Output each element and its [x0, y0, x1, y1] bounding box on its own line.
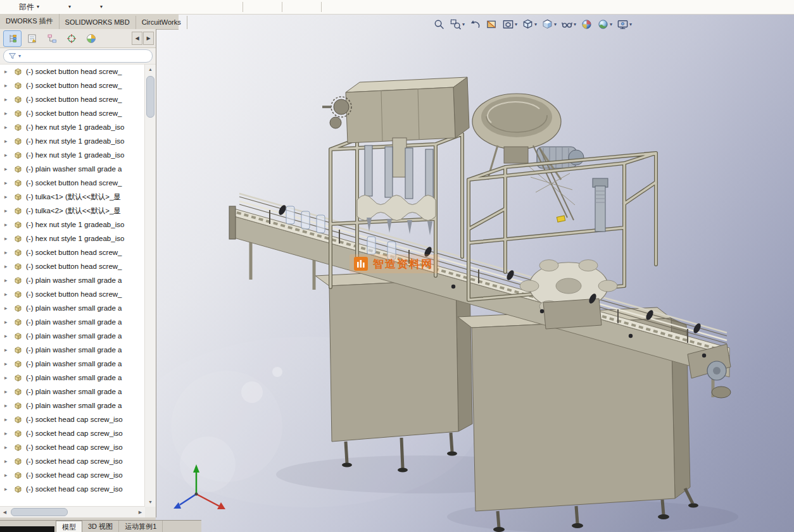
commandmanager-tab[interactable]: SOLIDWORKS MBD — [60, 16, 136, 29]
expand-arrow-icon[interactable]: ▸ — [4, 236, 10, 242]
expand-arrow-icon[interactable]: ▸ — [4, 166, 10, 172]
tree-item[interactable]: ▸ (-) socket head cap screw_iso — [0, 440, 145, 454]
horizontal-scroll-thumb[interactable] — [11, 508, 68, 516]
expand-arrow-icon[interactable]: ▸ — [4, 389, 10, 395]
expand-arrow-icon[interactable]: ▸ — [4, 111, 10, 116]
tree-item[interactable]: ▸ (-) hex nut style 1 gradeab_iso — [0, 148, 145, 162]
expand-arrow-icon[interactable]: ▸ — [4, 486, 10, 492]
view-settings-icon[interactable]: ▾ — [615, 17, 633, 32]
display-style-icon[interactable]: ▾ — [540, 17, 558, 32]
document-tab[interactable]: 运动算例1 — [119, 521, 163, 532]
expand-arrow-icon[interactable]: ▸ — [4, 180, 10, 186]
tree-item[interactable]: ▸ (-) plain washer small grade a — [0, 315, 145, 329]
tree-item[interactable]: ▸ (-) socket button head screw_ — [0, 106, 145, 120]
expand-arrow-icon[interactable]: ▸ — [4, 292, 10, 297]
tree-item[interactable]: ▸ (-) socket button head screw_ — [0, 92, 145, 106]
tree-item[interactable]: ▸ (-) socket head cap screw_iso — [0, 426, 145, 440]
tree-item[interactable]: ▸ (-) socket head cap screw_iso — [0, 468, 145, 482]
expand-arrow-icon[interactable]: ▸ — [4, 347, 10, 353]
graphics-area[interactable]: ▾ ▾ ▾ ▾ ▾ ▾ — [156, 14, 794, 532]
featuremanager-tree-tab[interactable] — [3, 30, 22, 47]
expand-arrow-icon[interactable]: ▸ — [4, 403, 10, 409]
expand-arrow-icon[interactable]: ▸ — [4, 97, 10, 102]
cad-model-bottling-line[interactable] — [156, 14, 794, 532]
expand-arrow-icon[interactable]: ▸ — [4, 222, 10, 228]
tree-item[interactable]: ▸ (-) hex nut style 1 gradeab_iso — [0, 218, 145, 232]
tree-item[interactable]: ▸ (-) plain washer small grade a — [0, 357, 145, 371]
3d-drawing-view-icon[interactable]: ▾ — [501, 17, 519, 32]
previous-view-icon[interactable] — [468, 17, 482, 32]
tree-item[interactable]: ▸ (-) plain washer small grade a — [0, 273, 145, 287]
expand-arrow-icon[interactable]: ▸ — [4, 83, 10, 89]
tree-item[interactable]: ▸ (-) socket button head screw_ — [0, 176, 145, 190]
tree-item[interactable]: ▸ (-) socket head cap screw_iso — [0, 412, 145, 426]
tree-item[interactable]: ▸ (-) socket button head screw_ — [0, 259, 145, 273]
tree-item[interactable]: ▸ (-) tulka<1> (默认<<默认>_显 — [0, 190, 145, 204]
expand-arrow-icon[interactable]: ▸ — [4, 375, 10, 381]
tree-item[interactable]: ▸ (-) plain washer small grade a — [0, 301, 145, 315]
panel-tab-scroll-right[interactable]: ▶ — [143, 32, 154, 45]
tree-item[interactable]: ▸ (-) hex nut style 1 gradeab_iso — [0, 134, 145, 148]
zoom-fit-icon[interactable] — [432, 17, 446, 32]
expand-arrow-icon[interactable]: ▸ — [4, 445, 10, 450]
configurationmanager-tab[interactable] — [42, 30, 61, 47]
document-tab[interactable]: 3D 视图 — [82, 521, 119, 532]
hide-show-items-icon[interactable]: ▾ — [560, 17, 577, 32]
document-tab[interactable]: 模型 — [56, 521, 82, 532]
tree-item[interactable]: ▸ (-) socket head cap screw_iso — [0, 454, 145, 468]
expand-arrow-icon[interactable]: ▸ — [4, 139, 10, 144]
tree-item[interactable]: ▸ (-) plain washer small grade a — [0, 371, 145, 385]
expand-arrow-icon[interactable]: ▸ — [4, 473, 10, 478]
expand-arrow-icon[interactable]: ▸ — [4, 194, 10, 200]
expand-arrow-icon[interactable]: ▸ — [4, 69, 10, 75]
tree-filter-box[interactable]: ▾ — [3, 49, 153, 63]
tree-item[interactable]: ▸ (-) hex nut style 1 gradeab_iso — [0, 120, 145, 134]
menu-dropdown-1[interactable]: ▾ — [66, 0, 73, 14]
expand-arrow-icon[interactable]: ▸ — [4, 459, 10, 464]
commandmanager-tab[interactable]: CircuitWorks — [136, 16, 187, 29]
filter-input[interactable] — [23, 51, 148, 61]
dimxpertmanager-tab[interactable] — [62, 30, 80, 47]
expand-arrow-icon[interactable]: ▸ — [4, 125, 10, 130]
displaymanager-tab[interactable] — [82, 30, 100, 47]
expand-arrow-icon[interactable]: ▸ — [4, 361, 10, 367]
propertymanager-tab[interactable] — [23, 30, 41, 47]
expand-arrow-icon[interactable]: ▸ — [4, 152, 10, 158]
tree-item[interactable]: ▸ (-) plain washer small grade a — [0, 399, 145, 412]
panel-tab-scroll-left[interactable]: ◀ — [132, 32, 142, 45]
expand-arrow-icon[interactable]: ▸ — [4, 208, 10, 214]
scroll-left-icon[interactable]: ◀ — [0, 507, 9, 517]
tree-item[interactable]: ▸ (-) plain washer small grade a — [0, 329, 145, 343]
expand-arrow-icon[interactable]: ▸ — [4, 278, 10, 283]
tree-vertical-scrollbar[interactable]: ▲ ▼ — [144, 65, 156, 507]
vertical-scroll-thumb[interactable] — [146, 76, 154, 118]
tree-item[interactable]: ▸ (-) socket button head screw_ — [0, 245, 145, 259]
expand-arrow-icon[interactable]: ▸ — [4, 306, 10, 311]
tree-item[interactable]: ▸ (-) socket head cap screw_iso — [0, 482, 145, 496]
tree-horizontal-scrollbar[interactable]: ◀ ▶ — [0, 506, 145, 517]
menu-item-component[interactable]: 部件 ▾ — [16, 0, 42, 14]
expand-arrow-icon[interactable]: ▸ — [4, 264, 10, 269]
tree-item[interactable]: ▸ (-) hex nut style 1 gradeab_iso — [0, 232, 145, 245]
scroll-down-icon[interactable]: ▼ — [145, 497, 156, 507]
expand-arrow-icon[interactable]: ▸ — [4, 417, 10, 423]
tree-item[interactable]: ▸ (-) socket button head screw_ — [0, 78, 145, 92]
menu-dropdown-2[interactable]: ▾ — [98, 0, 105, 14]
scroll-up-icon[interactable]: ▲ — [145, 65, 156, 74]
tree-item[interactable]: ▸ (-) socket button head screw_ — [0, 65, 145, 78]
apply-scene-icon[interactable]: ▾ — [596, 17, 614, 32]
tree-item[interactable]: ▸ (-) tulka<2> (默认<<默认>_显 — [0, 204, 145, 218]
view-orientation-icon[interactable]: ▾ — [520, 17, 538, 32]
expand-arrow-icon[interactable]: ▸ — [4, 431, 10, 436]
tree-item[interactable]: ▸ (-) plain washer small grade a — [0, 162, 145, 176]
expand-arrow-icon[interactable]: ▸ — [4, 319, 10, 325]
edit-appearance-icon[interactable] — [579, 17, 594, 32]
section-view-icon[interactable] — [484, 17, 499, 32]
tree-item[interactable]: ▸ (-) plain washer small grade a — [0, 343, 145, 357]
zoom-area-icon[interactable]: ▾ — [448, 17, 466, 32]
tree-item[interactable]: ▸ (-) socket button head screw_ — [0, 287, 145, 301]
commandmanager-tab[interactable]: DWORKS 插件 — [0, 14, 60, 29]
tree-item[interactable]: ▸ (-) plain washer small grade a — [0, 385, 145, 399]
scroll-right-icon[interactable]: ▶ — [135, 507, 145, 517]
expand-arrow-icon[interactable]: ▸ — [4, 333, 10, 339]
